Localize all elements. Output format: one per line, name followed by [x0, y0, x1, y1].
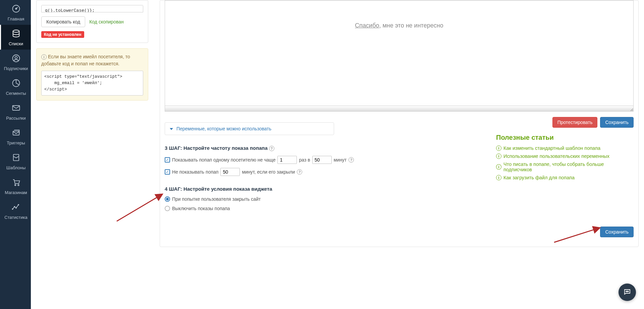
radio-on-exit[interactable] [165, 196, 170, 202]
email-info-panel: i Если вы знаете имейл посетителя, то до… [36, 48, 148, 101]
articles-title: Полезные статьи [496, 134, 634, 141]
sidebar-item-mailings[interactable]: Рассылки [0, 99, 31, 124]
sidebar-item-triggers[interactable]: Триггеры [0, 124, 31, 149]
popup-preview[interactable]: Спасибо, мне это не интересно [165, 0, 634, 112]
help-icon[interactable]: ? [297, 169, 302, 175]
caret-down-icon [170, 128, 173, 130]
cart-icon [11, 178, 21, 188]
info-icon: i [496, 145, 501, 151]
sidebar-item-segments[interactable]: Сегменты [0, 74, 31, 99]
info-icon: i [496, 175, 501, 180]
step3-row2: ✓ Не показывать попап минут, если его за… [165, 168, 489, 176]
help-icon[interactable]: ? [269, 146, 274, 151]
svg-point-13 [15, 207, 16, 208]
info-icon: i [496, 153, 501, 159]
sidebar: Главная Списки Подписчики Сегменты Рассы… [0, 0, 31, 260]
svg-line-15 [117, 194, 162, 221]
svg-point-11 [12, 209, 13, 209]
step3-row1: ✓ Показывать попап одному посетителю не … [165, 156, 489, 164]
step4-option2[interactable]: Выключить показы попапа [165, 206, 489, 211]
article-link[interactable]: iЧто писать в попапе, чтобы собрать боль… [496, 162, 634, 172]
install-code-panel: g().toLowerCase()}; Копировать код Код с… [36, 0, 148, 43]
sidebar-item-label: Триггеры [7, 140, 25, 145]
sidebar-item-subscribers[interactable]: Подписчики [0, 50, 31, 74]
step4-option1[interactable]: При попытке пользователя закрыть сайт [165, 196, 489, 202]
suppress-minutes-input[interactable] [220, 168, 240, 176]
copied-message: Код скопирован [89, 19, 124, 24]
svg-rect-7 [13, 131, 19, 135]
sidebar-item-label: Главная [8, 16, 24, 21]
help-icon[interactable]: ? [348, 157, 354, 163]
pie-chart-icon [11, 78, 21, 89]
main-settings-card: Спасибо, мне это не интересно Переменные… [160, 0, 639, 247]
info-icon: i [41, 54, 47, 60]
stack-icon [11, 29, 21, 39]
svg-point-12 [14, 206, 15, 207]
envelope-icon [11, 103, 21, 114]
svg-point-1 [15, 8, 17, 9]
test-button[interactable]: Протестировать [552, 117, 598, 128]
variables-toggle[interactable]: Переменные, которые можно использовать [165, 122, 334, 135]
svg-rect-8 [13, 154, 18, 161]
sidebar-item-shops[interactable]: Магазинам [0, 174, 31, 198]
sidebar-item-label: Рассылки [6, 116, 25, 121]
sidebar-item-label: Сегменты [6, 91, 26, 96]
code-not-installed-badge: Код не установлен [41, 31, 84, 38]
sidebar-item-label: Списки [9, 41, 23, 46]
step4-title: 4 ШАГ: Настройте условия показа виджета [165, 186, 489, 192]
line-chart-icon [11, 202, 21, 213]
copy-code-button[interactable]: Копировать код [41, 16, 85, 27]
article-link[interactable]: iКак изменить стандартный шаблон попапа [496, 145, 634, 151]
user-icon [11, 54, 21, 64]
article-link[interactable]: iКак загрузить файл для попапа [496, 175, 634, 180]
envelopes-icon [11, 128, 21, 138]
svg-line-16 [554, 228, 599, 242]
checkbox-show-frequency[interactable]: ✓ [165, 157, 170, 163]
sidebar-item-templates[interactable]: Шаблоны [0, 149, 31, 174]
frequency-count-input[interactable] [277, 156, 297, 164]
svg-rect-6 [12, 106, 19, 110]
sidebar-item-label: Шаблоны [6, 165, 26, 170]
template-icon [11, 153, 21, 163]
email-script-code[interactable]: <script type="text/javascript"> mg_email… [41, 71, 143, 96]
save-button-bottom[interactable]: Сохранить [600, 227, 634, 237]
sidebar-item-label: Магазинам [5, 190, 27, 195]
svg-point-2 [13, 30, 19, 33]
svg-point-10 [18, 184, 19, 186]
radio-disable[interactable] [165, 206, 170, 211]
preview-close-link[interactable]: Спасибо, мне это не интересно [355, 22, 443, 29]
sidebar-item-label: Статистика [4, 215, 27, 220]
checkbox-suppress-after-close[interactable]: ✓ [165, 169, 170, 175]
annotation-arrow-icon [552, 224, 603, 244]
article-link[interactable]: iИспользование пользовательских переменн… [496, 153, 634, 159]
info-icon: i [496, 164, 501, 170]
frequency-minutes-input[interactable] [312, 156, 332, 164]
annotation-arrow-icon [115, 191, 165, 225]
gauge-icon [11, 4, 21, 14]
code-snippet[interactable]: g().toLowerCase()}; [41, 5, 143, 12]
sidebar-item-lists[interactable]: Списки [0, 25, 31, 50]
save-button[interactable]: Сохранить [600, 117, 634, 128]
sidebar-item-statistics[interactable]: Статистика [0, 198, 31, 223]
info-text: Если вы знаете имейл посетителя, то доба… [41, 54, 130, 66]
sidebar-item-home[interactable]: Главная [0, 0, 31, 25]
articles-column: Полезные статьи iКак изменить стандартны… [496, 134, 634, 183]
sidebar-item-label: Подписчики [4, 66, 28, 71]
svg-point-9 [14, 184, 16, 186]
svg-point-4 [15, 56, 17, 59]
step3-title: 3 ШАГ: Настройте частоту показа попапа ? [165, 145, 489, 151]
svg-point-14 [18, 204, 18, 205]
